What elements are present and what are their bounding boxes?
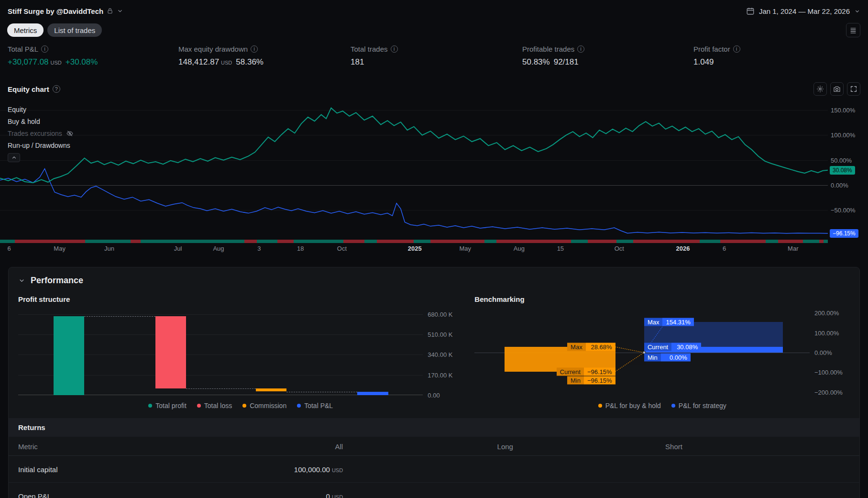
legend-item-run-up-drawdowns[interactable]: Run-up / Drawdowns	[8, 139, 74, 151]
profit-structure-y-axis: 680.00 K510.00 K340.00 K170.00 K0.00	[423, 310, 463, 395]
equity-lines-svg	[0, 98, 828, 239]
drawdown-segment	[778, 240, 803, 243]
info-icon[interactable]: i	[391, 45, 398, 53]
metric-extra: 92/181	[554, 57, 579, 67]
legend-commission[interactable]: Commission	[242, 402, 286, 409]
date-range-button[interactable]: Jan 1, 2024 — Mar 22, 2026	[746, 7, 860, 15]
chevron-down-icon	[117, 8, 123, 14]
equity-chart[interactable]: EquityBuy & holdTrades excursionsRun-up …	[0, 98, 868, 239]
drawdown-segment	[277, 240, 294, 243]
drawdown-segment	[430, 240, 484, 243]
strategy-tester-panel: Stiff Surge by @DaviddTech Jan 1, 2024 —…	[0, 0, 868, 498]
legend-item-trades-excursions[interactable]: Trades excursions	[8, 127, 74, 139]
legend-total-profit[interactable]: Total profit	[148, 402, 187, 409]
benchmarking-title: Benchmarking	[474, 295, 850, 303]
tab-list-of-trades[interactable]: List of trades	[47, 23, 102, 37]
runup-segment	[700, 240, 720, 243]
legend-dot	[242, 404, 246, 408]
benchmarking-block: Benchmarking Max28.68%Current−96.15%Min−…	[463, 295, 850, 409]
benchmark-label-buy-hold-max: Max28.68%	[567, 343, 615, 351]
legend-dot	[598, 404, 602, 408]
benchmarking-legend: P&L for buy & holdP&L for strategy	[474, 402, 850, 409]
date-range-text: Jan 1, 2024 — Mar 22, 2026	[759, 7, 850, 15]
benchmark-label-strategy-current: Current30.08%	[644, 343, 701, 351]
y-axis-label: 680.00 K	[428, 310, 452, 318]
benchmark-label-buy-hold-min: Min−96.15%	[567, 376, 615, 384]
benchmarking-y-axis: 200.00%100.00%0.00%−100.00%−200.00%	[810, 310, 850, 395]
row-metric-label: Open P&L	[18, 492, 51, 498]
top-bar: Stiff Surge by @DaviddTech Jan 1, 2024 —…	[0, 0, 868, 22]
y-axis-label: 150.00%	[831, 107, 855, 114]
legend-dot	[671, 404, 675, 408]
runup-segment	[85, 240, 131, 243]
drawdown-segment	[343, 240, 364, 243]
bar-total-p-l	[357, 392, 388, 395]
profit-structure-chart[interactable]	[18, 310, 423, 395]
snapshot-camera-button[interactable]	[830, 82, 844, 96]
x-axis-label: Oct	[615, 245, 624, 252]
row-all-value: 100,000.00USD	[294, 465, 343, 473]
benchmark-label-key: Min	[644, 354, 661, 362]
legend-p-l-for-strategy[interactable]: P&L for strategy	[671, 402, 726, 409]
legend-label: Total loss	[204, 402, 232, 409]
bar-commission	[256, 388, 286, 392]
legend-dot	[197, 404, 201, 408]
benchmarking-chart[interactable]: Max28.68%Current−96.15%Min−96.15%Max154.…	[474, 310, 810, 395]
metric-label: Profitable trades	[522, 45, 574, 53]
metric-value: 148,412.87	[178, 57, 219, 67]
summary-metrics-row: Total P&Li+30,077.08USD+30.08%Max equity…	[0, 45, 868, 75]
legend-item-buy-hold[interactable]: Buy & hold	[8, 115, 74, 127]
runup-segment	[294, 240, 343, 243]
lock-icon	[107, 8, 113, 14]
benchmark-label-strategy-max: Max154.31%	[644, 318, 694, 326]
runup-segment	[766, 240, 778, 243]
legend-item-equity[interactable]: Equity	[8, 103, 74, 115]
y-axis-label: 0.00	[428, 392, 439, 399]
report-tabs: MetricsList of trades	[7, 23, 102, 37]
profit-structure-title: Profit structure	[18, 295, 463, 303]
metric-unit: USD	[51, 60, 62, 66]
benchmark-label-buy-hold-current: Current−96.15%	[557, 367, 615, 376]
equity-line	[0, 108, 828, 183]
metric-profit-factor: Profit factori1.049	[693, 45, 740, 67]
fullscreen-button[interactable]	[847, 82, 860, 96]
performance-title: Performance	[31, 276, 83, 286]
info-icon[interactable]: i	[577, 45, 584, 53]
column-header-metric: Metric	[18, 442, 38, 450]
benchmark-label-key: Current	[557, 367, 584, 376]
info-icon[interactable]: i	[41, 45, 48, 53]
benchmark-label-value: 154.31%	[662, 318, 693, 326]
row-all-unit: USD	[332, 494, 343, 498]
strategy-title[interactable]: Stiff Surge by @DaviddTech	[8, 7, 123, 15]
performance-section-toggle[interactable]: Performance	[9, 267, 859, 286]
metric-profitable-trades: Profitable tradesi50.83%92/181	[522, 45, 584, 67]
tab-metrics[interactable]: Metrics	[7, 23, 44, 37]
legend-p-l-for-buy-hold[interactable]: P&L for buy & hold	[598, 402, 661, 409]
legend-item-label: Run-up / Drawdowns	[8, 142, 70, 149]
runup-segment	[484, 240, 497, 243]
legend-total-loss[interactable]: Total loss	[197, 402, 232, 409]
x-axis-label: Aug	[213, 245, 224, 252]
chart-settings-button[interactable]	[813, 82, 827, 96]
eye-off-icon[interactable]	[66, 130, 74, 137]
equity-x-axis[interactable]: 6MayJunJulAug318Oct2025MayAug15Oct20266M…	[0, 245, 828, 255]
help-icon[interactable]: ?	[53, 85, 60, 93]
report-rows-layout-button[interactable]	[846, 23, 860, 37]
drawdown-segment	[819, 240, 824, 243]
metric-extra: 58.36%	[236, 57, 264, 67]
chevron-down-icon	[854, 8, 860, 14]
info-icon[interactable]: i	[251, 45, 258, 53]
collapse-legend-button[interactable]	[8, 153, 20, 162]
legend-item-label: Equity	[8, 106, 26, 113]
equity-y-axis[interactable]: 150.00%100.00%50.00%0.00%−50.00%30.08%−9…	[828, 98, 868, 239]
tabs-row: MetricsList of trades	[0, 22, 868, 38]
rows-icon	[849, 26, 857, 34]
legend-total-p-l[interactable]: Total P&L	[297, 402, 333, 409]
y-axis-label: −50.00%	[831, 207, 856, 214]
metric-value: 50.83%	[522, 57, 550, 67]
expand-icon	[850, 85, 857, 93]
drawdown-segment	[377, 240, 414, 243]
info-icon[interactable]: i	[733, 45, 740, 53]
row-metric-label: Initial capital	[18, 465, 58, 473]
y-axis-label: 200.00%	[814, 310, 839, 317]
